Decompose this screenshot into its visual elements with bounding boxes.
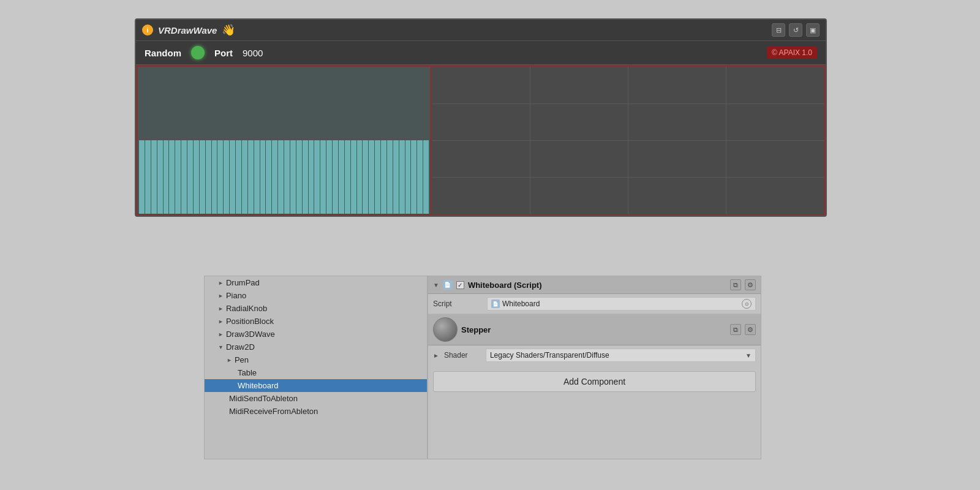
material-copy-button[interactable]: ⧉ xyxy=(730,324,741,335)
waveform-bar xyxy=(260,140,266,214)
waveform-bar xyxy=(200,140,205,214)
waveform-bar xyxy=(303,140,308,214)
tree-item-midireceivefromableton[interactable]: MidiReceiveFromAbleton xyxy=(205,405,427,418)
tree-item-table[interactable]: Table xyxy=(205,366,427,379)
add-component-button[interactable]: Add Component xyxy=(433,371,756,392)
grid-row-line xyxy=(432,104,824,104)
shader-dropdown[interactable]: Legacy Shaders/Transparent/Diffuse ▼ xyxy=(486,349,756,362)
tree-item-pen[interactable]: ► Pen xyxy=(205,353,427,366)
waveform-bar xyxy=(145,140,151,214)
waveform-bar xyxy=(248,140,254,214)
port-value: 9000 xyxy=(243,48,263,58)
tree-item-label: RadialKnob xyxy=(226,304,267,313)
arrow-icon: ► xyxy=(218,293,224,299)
tree-panel: ► DrumPad ► Piano ► RadialKnob ► Positio… xyxy=(204,276,428,459)
tree-item-label: Draw2D xyxy=(226,342,255,352)
waveform-bar xyxy=(194,140,199,214)
vrdrawwave-panel: i VRDrawWave 👋 ⊟ ↺ ▣ Random Port 9000 © … xyxy=(135,18,827,217)
waveform-bar xyxy=(242,140,247,214)
material-name: Stepper xyxy=(461,325,726,334)
script-component-header: ▼ 📄 ✓ Whiteboard (Script) ⧉ ⚙ xyxy=(428,276,761,294)
material-fold-arrow[interactable]: ► xyxy=(433,352,439,359)
panel-content xyxy=(136,65,826,216)
waveform-bar xyxy=(290,140,296,214)
titlebar: i VRDrawWave 👋 ⊟ ↺ ▣ xyxy=(136,20,826,41)
tree-item-draw2d[interactable]: ▼ Draw2D xyxy=(205,341,427,353)
settings-button[interactable]: ⚙ xyxy=(745,279,756,290)
grid-row-line xyxy=(432,140,824,141)
tree-item-positionblock[interactable]: ► PositionBlock xyxy=(205,315,427,328)
titlebar-left: i VRDrawWave 👋 xyxy=(142,23,235,37)
inspector-panel: ▼ 📄 ✓ Whiteboard (Script) ⧉ ⚙ Script 📄 W… xyxy=(428,276,761,459)
waveform-bar xyxy=(363,140,368,214)
app-title: VRDrawWave xyxy=(158,25,217,36)
waveform-bar xyxy=(272,140,277,214)
tree-item-drumpad[interactable]: ► DrumPad xyxy=(205,276,427,289)
fold-arrow[interactable]: ▼ xyxy=(433,282,439,288)
grid-row-line xyxy=(432,177,824,178)
tree-item-midisendtoableton[interactable]: MidiSendToAbleton xyxy=(205,392,427,405)
waveform-bar xyxy=(254,140,260,214)
waveform-bar xyxy=(357,140,363,214)
save-button[interactable]: ▣ xyxy=(806,23,820,37)
waveform-bar xyxy=(351,140,356,214)
waveform-bar xyxy=(181,140,187,214)
titlebar-controls: ⊟ ↺ ▣ xyxy=(772,23,820,37)
dropdown-arrow-icon: ▼ xyxy=(745,352,752,359)
refresh-button[interactable]: ↺ xyxy=(789,23,802,37)
tree-item-label: Piano xyxy=(226,291,246,300)
tree-item-piano[interactable]: ► Piano xyxy=(205,289,427,302)
port-label: Port xyxy=(214,48,233,58)
waveform-bar xyxy=(345,140,350,214)
bottom-panel: ► DrumPad ► Piano ► RadialKnob ► Positio… xyxy=(204,276,761,459)
waveform-bar xyxy=(266,140,271,214)
minimize-button[interactable]: ⊟ xyxy=(772,23,785,37)
waveform-bar xyxy=(212,140,217,214)
grid-lines xyxy=(432,67,824,214)
material-sphere-preview xyxy=(433,317,458,342)
waveform-bar xyxy=(314,140,320,214)
app-icon: i xyxy=(142,24,153,36)
waveform-bar xyxy=(151,140,157,214)
script-row: Script 📄 Whiteboard ⊙ xyxy=(428,294,761,314)
tree-item-label: MidiSendToAbleton xyxy=(229,394,298,403)
waveform-bar xyxy=(236,140,241,214)
waveform-bar xyxy=(230,140,235,214)
waveform-bar xyxy=(164,140,169,214)
shader-label: Shader xyxy=(444,351,481,360)
script-field-value[interactable]: 📄 Whiteboard ⊙ xyxy=(487,297,756,311)
waveform-bar xyxy=(399,140,405,214)
waveform-bar xyxy=(326,140,332,214)
copy-button[interactable]: ⧉ xyxy=(730,279,741,290)
waveform-bar xyxy=(381,140,386,214)
tree-item-draw3dwave[interactable]: ► Draw3DWave xyxy=(205,328,427,341)
arrow-icon: ► xyxy=(218,318,224,325)
status-indicator xyxy=(191,46,205,59)
waveform-bar xyxy=(139,140,145,214)
tree-item-label: Whiteboard xyxy=(238,381,278,390)
add-component-row: Add Component xyxy=(428,365,761,398)
grid-area xyxy=(432,67,824,214)
tree-item-label: DrumPad xyxy=(226,278,260,287)
tree-item-label: MidiReceiveFromAbleton xyxy=(229,407,318,416)
waveform-bar xyxy=(157,140,163,214)
tree-item-label: Table xyxy=(238,368,257,377)
arrow-icon: ► xyxy=(227,357,232,363)
arrow-icon: ► xyxy=(218,306,224,312)
component-enabled-checkbox[interactable]: ✓ xyxy=(456,281,464,289)
material-settings-button[interactable]: ⚙ xyxy=(745,324,756,335)
waveform-bar xyxy=(187,140,193,214)
waveform-bar xyxy=(339,140,344,214)
waveform-bar xyxy=(284,140,290,214)
waveform-bar xyxy=(333,140,338,214)
script-ref-icon: 📄 xyxy=(491,300,500,308)
tree-item-label: Draw3DWave xyxy=(226,330,275,339)
arrow-icon: ▼ xyxy=(218,344,224,350)
waveform-bar xyxy=(296,140,302,214)
script-icon: 📄 xyxy=(443,280,453,290)
shader-row: ► Shader Legacy Shaders/Transparent/Diff… xyxy=(428,345,761,365)
target-icon[interactable]: ⊙ xyxy=(742,299,752,309)
tree-item-radialknob[interactable]: ► RadialKnob xyxy=(205,302,427,315)
tree-item-whiteboard[interactable]: Whiteboard xyxy=(205,379,427,392)
waveform-bar xyxy=(217,140,223,214)
